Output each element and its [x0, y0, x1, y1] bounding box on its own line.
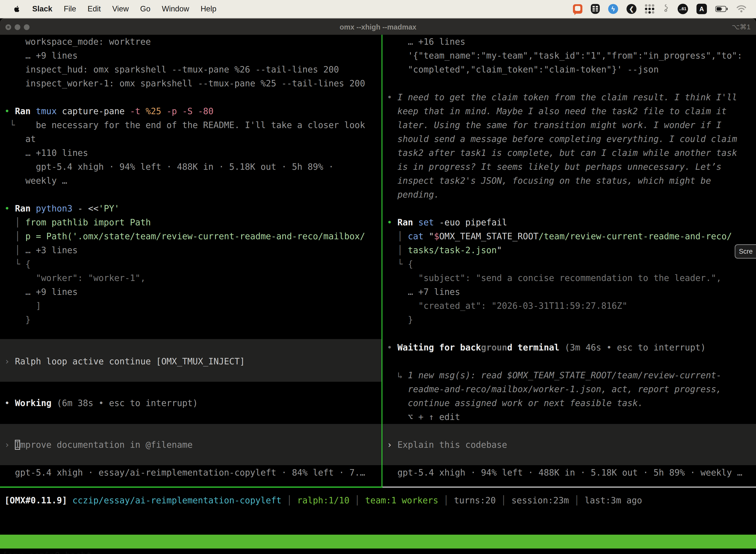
terminal-line: later. Using the same for transition mig… [387, 118, 756, 132]
terminal-line: } [4, 313, 381, 327]
terminal-line: • Waiting for background terminal (3m 46… [387, 340, 756, 354]
terminal-line: … +110 lines [4, 146, 381, 160]
window-shortcut-hint: ⌥⌘1 [732, 19, 751, 35]
terminal-content: workspace_mode: worktree … +9 lines insp… [0, 35, 756, 554]
terminal-line: │ tasks/task-2.json" [387, 243, 756, 257]
menubar-item-edit[interactable]: Edit [87, 4, 101, 13]
terminal-line: • I need to get the claim token from the… [387, 90, 756, 104]
terminal-line: › Explain this codebase [387, 438, 756, 452]
terminal-line: … +16 lines [387, 35, 756, 49]
terminal-line: weekly … [4, 174, 381, 188]
terminal-line [387, 327, 756, 340]
terminal-line: ] [4, 299, 381, 313]
terminal-line [4, 368, 381, 382]
terminal-line: inspect task2's JSON, focusing on the st… [387, 174, 756, 188]
right-pane: … +16 lines '{"team_name":"my-team","tas… [382, 35, 756, 480]
terminal-line [4, 340, 381, 354]
terminal-line: "created_at": "2026-03-31T11:59:27.816Z" [387, 299, 756, 313]
tmux-status-bar: [omx-cczip0:bash* "MacBook-Pro-44.local"… [0, 535, 756, 549]
terminal-line [4, 90, 381, 104]
terminal-line: › Ralph loop active continue [OMX_TMUX_I… [4, 354, 381, 368]
battery-icon[interactable] [715, 6, 728, 12]
terminal-line: [OMX#0.11.9] cczip/essay/ai-reimplementa… [4, 493, 642, 507]
menubar-item-view[interactable]: View [112, 4, 129, 13]
menubar-app-name[interactable]: Slack [32, 4, 52, 13]
window-title: omx --xhigh --madmax [0, 19, 756, 35]
terminal-line: pending. [387, 188, 756, 202]
screen-recording-icon[interactable] [573, 4, 582, 14]
terminal-line: gpt-5.4 xhigh · 94% left · 488K in · 5.1… [387, 466, 756, 480]
shield-grid-icon[interactable] [591, 4, 600, 14]
terminal-line: └ { [4, 257, 381, 271]
terminal-line: ⌥ + ↑ edit [387, 410, 756, 424]
screen-tooltip: Scre [735, 244, 756, 259]
terminal-line: gpt-5.4 xhigh · essay/ai-reimplementatio… [4, 466, 381, 480]
terminal-line: keep that in mind. Maybe I also need the… [387, 104, 756, 118]
terminal-line: inspect_worker-1: omx sparkshell --tmux-… [4, 76, 381, 90]
omx-status-line: [OMX#0.11.9] cczip/essay/ai-reimplementa… [4, 493, 642, 507]
terminal-line: is in progress? It seems likely but perh… [387, 160, 756, 174]
terminal-line: should send a message before completing … [387, 132, 756, 146]
terminal-line: … +9 lines [4, 285, 381, 299]
terminal-line: • Ran python3 - <<'PY' [4, 202, 381, 215]
terminal-line: │ p = Path('.omx/state/team/review-curre… [4, 229, 381, 243]
menubar-item-go[interactable]: Go [140, 4, 150, 13]
screen: Slack FileEditViewGoWindowHelp ϟ ❮ ..61 … [0, 0, 756, 554]
terminal-line: │ cat "$OMX_TEAM_STATE_ROOT/team/review-… [387, 229, 756, 243]
terminal-line: } [387, 313, 756, 327]
menubar-item-file[interactable]: File [64, 4, 76, 13]
terminal-line: "worker": "worker-1", [4, 271, 381, 285]
apple-menu-icon[interactable] [13, 5, 21, 13]
terminal-line [387, 452, 756, 466]
terminal-line: › Improve documentation in @filename [4, 438, 381, 452]
terminal-line [387, 202, 756, 215]
left-pane: workspace_mode: worktree … +9 lines insp… [0, 35, 381, 480]
terminal-line: └ be necessary for the end of the README… [4, 118, 381, 132]
squiggle-icon[interactable] [663, 4, 669, 14]
titlebar[interactable]: omx --xhigh --madmax ⌥⌘1 [0, 18, 756, 35]
menubar: Slack FileEditViewGoWindowHelp ϟ ❮ ..61 … [0, 0, 756, 18]
terminal-line: readme-and-reco/mailbox/worker-1.json, a… [387, 382, 756, 396]
terminal-line [4, 188, 381, 202]
menubar-status-icons: ϟ ❮ ..61 A [573, 4, 756, 14]
terminal-line: "completed","claim_token":"claim-token"}… [387, 63, 756, 76]
terminal-line: '{"team_name":"my-team","task_id":"1","f… [387, 49, 756, 63]
terminal-line: • Ran set -euo pipefail [387, 215, 756, 229]
terminal-line: • Ran tmux capture-pane -t %25 -p -S -80 [4, 104, 381, 118]
terminal-line [4, 382, 381, 396]
menubar-item-help[interactable]: Help [201, 4, 216, 13]
terminal-line: … +9 lines [4, 49, 381, 63]
terminal-line [4, 327, 381, 340]
terminal-line: │ … +3 lines [4, 243, 381, 257]
terminal-line: inspect_hud: omx sparkshell --tmux-pane … [4, 63, 381, 76]
left-pane-border-bottom [0, 487, 382, 488]
count-badge-icon[interactable]: ..61 [678, 4, 688, 14]
messenger-icon[interactable]: ϟ [608, 4, 618, 14]
terminal-line [387, 424, 756, 438]
terminal-line: • Working (6m 38s • esc to interrupt) [4, 396, 381, 410]
terminal-line: … +7 lines [387, 285, 756, 299]
terminal-line: "subject": "send a concise recommendatio… [387, 271, 756, 285]
right-pane-border-bottom [382, 487, 756, 488]
terminal-line: at [4, 132, 381, 146]
terminal-line [4, 410, 381, 424]
terminal-line [4, 424, 381, 438]
kaleidoscope-icon[interactable]: ❮ [627, 4, 636, 14]
terminal-line: ↳ 1 new msg(s): read $OMX_TEAM_STATE_ROO… [387, 368, 756, 382]
terminal-line [4, 452, 381, 466]
menubar-menus: Slack FileEditViewGoWindowHelp [0, 4, 216, 13]
tmux-session-name: [omx-cczip0:bash* [2, 549, 91, 554]
terminal-line [387, 76, 756, 90]
terminal-line: task2 after task1 is complete, but can I… [387, 146, 756, 160]
dots-grid-icon[interactable] [645, 4, 654, 14]
menubar-item-window[interactable]: Window [162, 4, 189, 13]
terminal-line: │ from pathlib import Path [4, 215, 381, 229]
terminal-line: workspace_mode: worktree [4, 35, 381, 49]
input-source-icon[interactable]: A [696, 4, 707, 14]
terminal-line: └ { [387, 257, 756, 271]
terminal-line [387, 354, 756, 368]
terminal-line: gpt-5.4 xhigh · 94% left · 488K in · 5.1… [4, 160, 381, 174]
wifi-icon[interactable] [737, 5, 746, 13]
terminal-line: continue assigned work or next feasible … [387, 396, 756, 410]
